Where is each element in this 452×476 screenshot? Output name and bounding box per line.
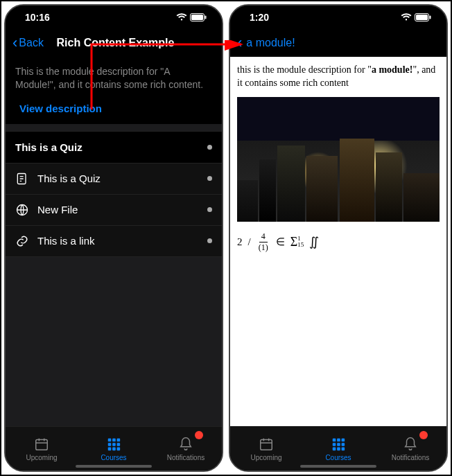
svg-rect-23 (337, 443, 340, 446)
list-item[interactable]: This is a link (6, 226, 222, 257)
wifi-icon (176, 13, 187, 21)
quiz-icon (15, 172, 29, 186)
status-time: 10:16 (25, 12, 50, 23)
svg-rect-17 (430, 16, 431, 19)
tab-label: Courses (325, 454, 351, 461)
tab-label: Upcoming (250, 454, 281, 461)
phone-right: 1:20 ‹ a module! this is the module desc… (229, 4, 448, 472)
svg-rect-21 (342, 438, 345, 441)
svg-rect-2 (205, 16, 207, 19)
svg-rect-11 (117, 443, 121, 446)
notification-badge-icon (195, 431, 203, 439)
status-dot-icon (207, 238, 212, 243)
status-icons (176, 13, 207, 21)
svg-rect-27 (342, 447, 345, 450)
item-label: This is a link (37, 235, 199, 247)
svg-rect-24 (342, 443, 345, 446)
tab-bar: Upcoming Courses Notifications (230, 426, 446, 470)
module-description: this is the module description for "a mo… (237, 64, 440, 90)
tab-notifications[interactable]: Notifications (150, 427, 222, 470)
svg-rect-20 (337, 438, 340, 441)
svg-rect-22 (333, 443, 336, 446)
item-label: This is a Quiz (37, 173, 199, 184)
status-bar: 10:16 (6, 6, 222, 29)
tab-label: Courses (101, 454, 126, 461)
formula: 2 / 4 (1) ∈ Σ 1 15 ∬ (237, 231, 440, 253)
svg-rect-1 (191, 15, 203, 20)
globe-icon (15, 203, 29, 217)
svg-rect-5 (36, 439, 48, 450)
link-icon (15, 234, 29, 248)
svg-rect-9 (108, 443, 112, 446)
notification-badge-icon (419, 431, 428, 439)
section-title: This is a Quiz (15, 141, 82, 153)
svg-rect-10 (112, 443, 116, 446)
integral-icon: ∬ (309, 234, 319, 249)
tab-bar: Upcoming Courses Notifications (6, 426, 222, 470)
list-item[interactable]: This is a Quiz (6, 164, 222, 195)
battery-icon (190, 13, 207, 21)
tab-label: Notifications (167, 454, 205, 461)
svg-rect-26 (337, 447, 340, 450)
tab-label: Upcoming (26, 454, 57, 461)
tab-upcoming[interactable]: Upcoming (6, 427, 78, 470)
svg-rect-6 (108, 438, 112, 441)
module-description: This is the module description for "A Mo… (6, 57, 222, 96)
home-indicator (76, 465, 152, 468)
nav-bar: ‹ a module! (230, 29, 446, 57)
svg-rect-19 (333, 438, 336, 441)
tab-courses[interactable]: Courses (302, 427, 374, 470)
tab-upcoming[interactable]: Upcoming (230, 427, 302, 470)
svg-rect-12 (108, 447, 112, 450)
sigma-icon: Σ (290, 235, 297, 249)
svg-rect-8 (117, 438, 121, 441)
chevron-left-icon: ‹ (237, 35, 242, 51)
content-image (237, 97, 440, 222)
fraction: 4 (1) (257, 231, 270, 253)
section-header[interactable]: This is a Quiz (6, 131, 222, 164)
wifi-icon (401, 13, 412, 21)
svg-rect-14 (117, 447, 121, 450)
view-description-link[interactable]: View description (6, 96, 222, 124)
svg-rect-7 (112, 438, 116, 441)
status-time: 1:20 (250, 12, 269, 23)
tab-notifications[interactable]: Notifications (374, 427, 446, 470)
nav-bar: ‹ Back Rich Content Example (6, 29, 222, 57)
status-bar: 1:20 (230, 6, 446, 29)
status-icons (401, 13, 431, 21)
page-title: Rich Content Example (16, 37, 215, 49)
content-area: This is the module description for "A Mo… (6, 57, 222, 426)
tab-courses[interactable]: Courses (78, 427, 150, 470)
back-button[interactable]: ‹ a module! (237, 35, 295, 51)
svg-rect-18 (261, 439, 272, 450)
content-area: this is the module description for "a mo… (230, 57, 446, 426)
battery-icon (415, 13, 431, 21)
svg-rect-13 (112, 447, 116, 450)
svg-rect-25 (333, 447, 336, 450)
home-indicator (300, 465, 376, 468)
status-dot-icon (207, 145, 212, 150)
item-label: New File (37, 204, 199, 215)
status-dot-icon (207, 207, 212, 212)
svg-rect-16 (416, 15, 428, 20)
tab-label: Notifications (392, 454, 429, 461)
back-label: a module! (246, 37, 295, 49)
list-item[interactable]: New File (6, 195, 222, 226)
status-dot-icon (207, 176, 212, 181)
phone-left: 10:16 ‹ Back Rich Content Example This i… (4, 4, 223, 472)
